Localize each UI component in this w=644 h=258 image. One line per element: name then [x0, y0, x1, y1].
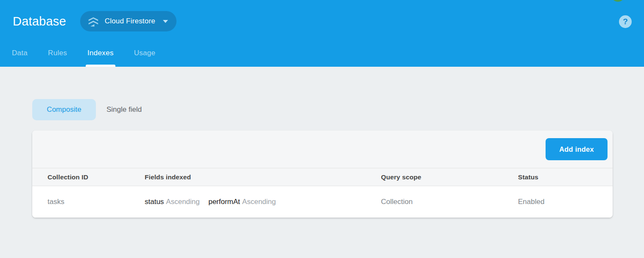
index-type-toggle: Composite Single field: [32, 99, 613, 120]
field-name: performAt: [208, 198, 240, 206]
cell-query-scope: Collection: [381, 198, 518, 206]
page-title: Database: [13, 14, 66, 28]
indexed-field: statusAscending: [145, 198, 200, 205]
table-header-row: Collection ID Fields indexed Query scope…: [32, 168, 613, 186]
selected-database-label: Cloud Firestore: [105, 17, 155, 26]
tab-data[interactable]: Data: [12, 43, 28, 67]
indexed-field: performAtAscending: [208, 198, 276, 205]
tab-usage[interactable]: Usage: [134, 43, 156, 67]
field-sort-order: Ascending: [166, 198, 199, 206]
app-header: Database Cloud Firestore ? Data Rules In…: [0, 0, 644, 67]
table-row[interactable]: tasks statusAscending performAtAscending…: [32, 186, 613, 218]
cell-collection-id: tasks: [48, 198, 145, 206]
firestore-icon: [87, 15, 100, 28]
cell-status: Enabled: [518, 198, 613, 206]
column-header-collection-id: Collection ID: [48, 173, 145, 181]
caret-down-icon: [163, 20, 168, 23]
column-header-status: Status: [518, 173, 613, 181]
help-button[interactable]: ?: [619, 15, 632, 28]
add-index-button[interactable]: Add index: [546, 138, 608, 160]
indexes-card: Add index Collection ID Fields indexed Q…: [32, 130, 613, 218]
toggle-single-field[interactable]: Single field: [106, 99, 142, 120]
tab-indexes[interactable]: Indexes: [87, 43, 114, 67]
database-product-selector[interactable]: Cloud Firestore: [80, 11, 176, 31]
tabs-bar: Data Rules Indexes Usage: [0, 43, 644, 67]
tab-rules[interactable]: Rules: [48, 43, 67, 67]
field-sort-order: Ascending: [242, 198, 276, 206]
cell-fields-indexed: statusAscending performAtAscending: [145, 198, 381, 206]
card-toolbar: Add index: [32, 130, 613, 168]
column-header-query-scope: Query scope: [381, 173, 518, 181]
question-mark-icon: ?: [623, 17, 628, 26]
toggle-composite[interactable]: Composite: [32, 99, 96, 120]
main-content: Composite Single field Add index Collect…: [0, 67, 644, 218]
header-top-row: Database Cloud Firestore ?: [0, 0, 644, 43]
avatar[interactable]: [611, 0, 625, 2]
column-header-fields-indexed: Fields indexed: [145, 173, 381, 181]
field-name: status: [145, 198, 164, 206]
